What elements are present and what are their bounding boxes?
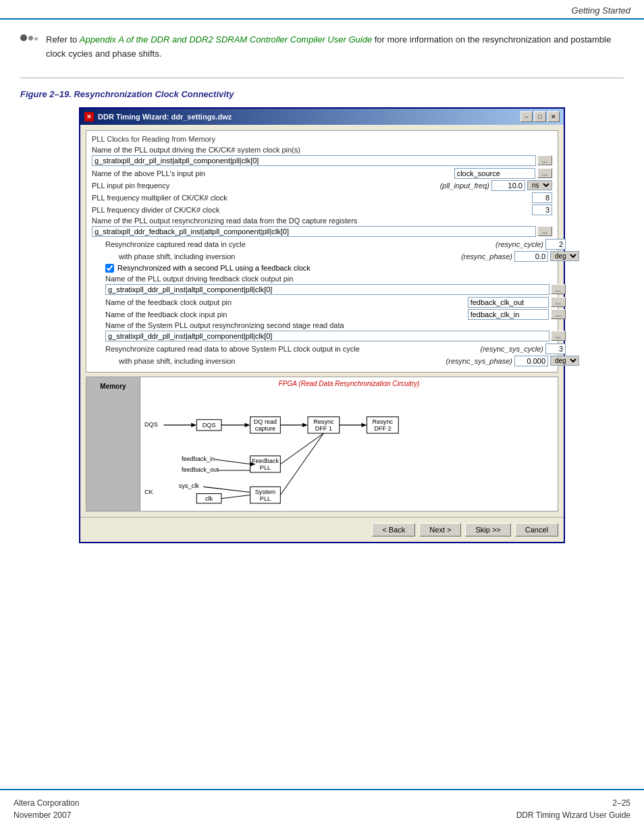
- feedback-pll-label-1: Feedback: [252, 457, 279, 464]
- skip-button[interactable]: Skip >>: [465, 523, 510, 536]
- sys-clk-label: sys_clk: [179, 482, 199, 489]
- pll-resync-input-row: ...: [92, 226, 552, 237]
- pll-div-label: PLL frequency divider of CK/CK# clock: [92, 206, 532, 214]
- pll-input-pin-browse-btn[interactable]: ...: [537, 168, 552, 178]
- pll-div-input[interactable]: [532, 204, 552, 215]
- pll-freq-input[interactable]: [491, 180, 525, 191]
- pll-freq-unit-select[interactable]: ns: [527, 180, 552, 190]
- ck-label: CK: [144, 488, 153, 495]
- dqs-box-label: DQS: [203, 422, 216, 429]
- pll-output-input[interactable]: [92, 155, 536, 166]
- sys-pll-label: Name of the System PLL output resynchron…: [105, 321, 566, 329]
- phase-sys-right: (resync_sys_phase) deg: [446, 356, 579, 366]
- dialog-content: PLL Clocks for Reading from Memory Name …: [80, 125, 564, 517]
- phase-shift-input[interactable]: [514, 251, 548, 262]
- feedback-pll-checkbox[interactable]: [105, 264, 114, 273]
- clk-to-syspll: [221, 495, 250, 498]
- resync-dff2-label-2: DFF 2: [374, 425, 391, 432]
- feedback-clk-in-browse-btn[interactable]: ...: [551, 309, 566, 319]
- page-header: Getting Started: [0, 0, 644, 20]
- capture-label: capture: [255, 425, 275, 432]
- page-number: 2–25: [516, 797, 630, 809]
- pll-resync-browse-btn[interactable]: ...: [537, 226, 552, 236]
- dialog-title: DDR Timing Wizard: ddr_settings.dwz: [98, 113, 232, 121]
- figure-title: Figure 2–19. Resynchronization Clock Con…: [20, 89, 624, 99]
- pll-freq-param: (pll_input_freq): [440, 182, 489, 190]
- back-button[interactable]: < Back: [372, 523, 415, 536]
- minimize-button[interactable]: –: [520, 111, 533, 122]
- resync-cycle-param: (resync_cycle): [495, 240, 543, 248]
- pll-resync-input[interactable]: [92, 226, 536, 237]
- feedback-pll-input-row: ...: [105, 284, 566, 295]
- resync-dff1-label-1: Resync: [313, 418, 334, 424]
- system-pll-label-2: PLL: [260, 495, 271, 501]
- phase-shift-unit-select[interactable]: deg: [550, 251, 579, 261]
- note-box: Refer to Appendix A of the DDR and DDR2 …: [20, 33, 624, 61]
- dialog-footer: < Back Next > Skip >> Cancel: [80, 517, 564, 542]
- feedback-in-line: [215, 459, 250, 464]
- checkbox-row: Resynchronized with a second PLL using a…: [105, 264, 552, 273]
- note-dot-large: [20, 34, 27, 41]
- sys-pll-browse-btn[interactable]: ...: [551, 331, 566, 341]
- resync-sys-cycle-label: Resynchronize captured read data to abov…: [105, 345, 480, 353]
- appendix-link[interactable]: Appendix A of the DDR and DDR2 SDRAM Con…: [80, 34, 372, 45]
- phase-shift-right: (resync_phase) deg: [461, 251, 579, 262]
- sys-clk-line: [203, 487, 250, 492]
- pll-freq-right: (pll_input_freq) ns: [440, 180, 552, 191]
- content-area: Refer to Appendix A of the DDR and DDR2 …: [0, 20, 644, 557]
- phase-shift-row: with phase shift, including inversion (r…: [119, 251, 579, 262]
- section-divider: [20, 78, 624, 78]
- footer-date: November 2007: [14, 809, 79, 821]
- feedback-clk-out-input[interactable]: [468, 297, 549, 308]
- next-button[interactable]: Next >: [419, 523, 461, 536]
- feedback-clk-out-label: Name of the feedback clock output pin: [105, 298, 468, 306]
- resync-sys-cycle-row: Resynchronize captured read data to abov…: [105, 343, 566, 354]
- resync-cycle-row: Resynchronize captured read data in cycl…: [105, 239, 566, 250]
- checkbox-label: Resynchronized with a second PLL using a…: [117, 264, 311, 272]
- resync-sys-cycle-input[interactable]: [545, 343, 566, 354]
- syspll-to-dff1: [280, 433, 323, 495]
- pll-mult-input[interactable]: [532, 192, 552, 203]
- sys-pll-input-row: ...: [105, 331, 566, 341]
- feedback-pll-browse-btn[interactable]: ...: [551, 284, 566, 294]
- page-footer: Altera Corporation November 2007 2–25 DD…: [0, 789, 644, 828]
- pll-freq-row: PLL input pin frequency (pll_input_freq)…: [92, 180, 552, 191]
- sys-pll-input[interactable]: [105, 331, 549, 341]
- pll-output-browse-btn[interactable]: ...: [537, 155, 552, 165]
- maximize-button[interactable]: □: [534, 111, 546, 122]
- pll-div-right: [532, 204, 552, 215]
- feedback-clk-out-browse-btn[interactable]: ...: [551, 297, 566, 307]
- note-dot-small: [34, 37, 38, 40]
- phase-sys-label: with phase shift, including inversion: [119, 357, 446, 365]
- dqs-signal-label: DQS: [144, 421, 158, 428]
- footer-right: 2–25 DDR Timing Wizard User Guide: [516, 797, 630, 821]
- pll-resync-label-row: Name of the PLL output resynchronizing r…: [92, 217, 552, 225]
- feedback-pll-input[interactable]: [105, 284, 549, 295]
- dqs-arrow: [191, 422, 196, 426]
- resync-cycle-input[interactable]: [545, 239, 566, 250]
- cancel-button[interactable]: Cancel: [515, 523, 558, 536]
- diagram-fpga-panel: FPGA (Read Data Resynchronization Circui…: [140, 377, 558, 511]
- titlebar-buttons: – □ ✕: [520, 111, 560, 122]
- pll-mult-label: PLL frequency multiplier of CK/CK# clock: [92, 194, 532, 202]
- titlebar-left: ✕ DDR Timing Wizard: ddr_settings.dwz: [84, 112, 232, 121]
- fpga-title: FPGA (Read Data Resynchronization Circui…: [143, 380, 555, 387]
- guide-title: DDR Timing Wizard User Guide: [516, 809, 630, 821]
- feedback-out-label: feedback_out: [182, 466, 219, 473]
- note-dot-medium: [28, 36, 33, 40]
- resync-sys-cycle-right: (resync_sys_cycle): [480, 343, 566, 354]
- feedback-clk-in-right: ...: [468, 309, 566, 320]
- pll-output-label-row: Name of the PLL output driving the CK/CK…: [92, 146, 552, 154]
- pll-input-pin-input[interactable]: [454, 168, 535, 179]
- feedback-pll-label-row: Name of the PLL output driving feedback …: [105, 275, 566, 283]
- close-button[interactable]: ✕: [547, 111, 560, 122]
- pll-output-label: Name of the PLL output driving the CK/CK…: [92, 146, 552, 154]
- note-text-before: Refer to: [46, 34, 80, 45]
- phase-sys-unit-select[interactable]: deg: [550, 356, 579, 366]
- resync-sys-cycle-param: (resync_sys_cycle): [480, 345, 543, 353]
- diagram-area: Memory FPGA (Read Data Resynchronization…: [86, 377, 558, 512]
- group-label: PLL Clocks for Reading from Memory: [92, 135, 552, 143]
- pll-output-input-row: ...: [92, 155, 552, 166]
- phase-sys-input[interactable]: [514, 356, 548, 366]
- feedback-clk-in-input[interactable]: [468, 309, 549, 320]
